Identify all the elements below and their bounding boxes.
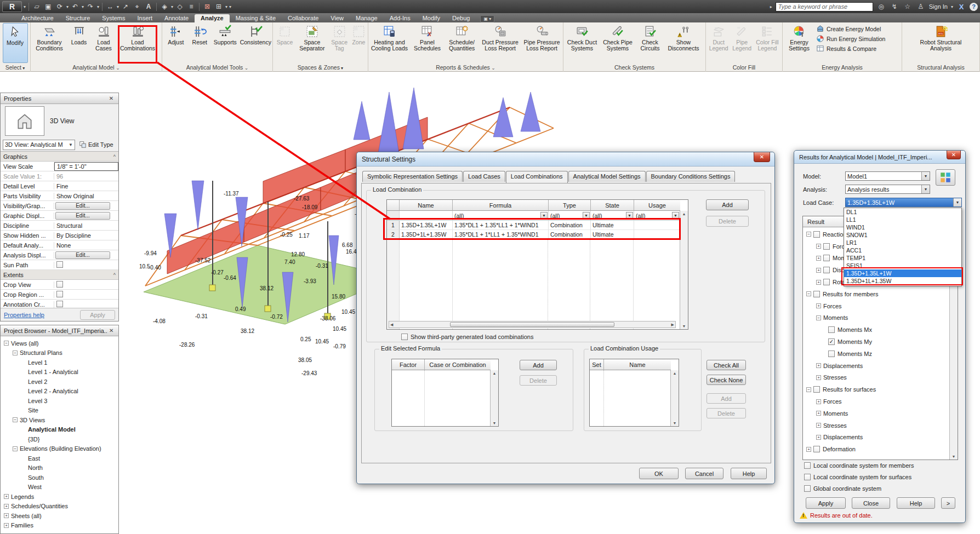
- tab-view[interactable]: View: [324, 14, 350, 22]
- moments-mz-checkbox[interactable]: [828, 351, 835, 357]
- property-row[interactable]: Default Analy...None: [1, 240, 118, 250]
- properties-help-link[interactable]: Properties help: [4, 312, 44, 318]
- panel-schedules-button[interactable]: Panel Schedules: [410, 23, 445, 63]
- tree-item-3d-views[interactable]: −3D Views: [3, 415, 118, 425]
- duct-pressure-loss-report-button[interactable]: Duct Pressure Loss Report: [479, 23, 521, 63]
- tree-item-surface-forces[interactable]: +Forces: [806, 395, 958, 407]
- edit-button[interactable]: Edit...: [55, 202, 110, 210]
- project-browser-title-bar[interactable]: Project Browser - Model_ITF_Imperia... ✕: [1, 325, 118, 336]
- search-input[interactable]: [776, 2, 873, 12]
- text-icon[interactable]: A: [144, 2, 153, 12]
- tab-analytical-model-settings[interactable]: Analytical Model Settings: [568, 171, 646, 182]
- section-extents[interactable]: Extents^: [1, 270, 118, 280]
- ok-button[interactable]: OK: [639, 468, 679, 479]
- tree-item-surface-moments[interactable]: +Moments: [806, 407, 958, 420]
- panel-label-analytical-model-tools[interactable]: Analytical Model Tools: [162, 64, 272, 72]
- tree-item-legends[interactable]: +Legends: [3, 492, 118, 502]
- tree-item-surface-displacements[interactable]: +Displacements: [806, 432, 958, 444]
- tag-by-category-icon[interactable]: ⌖: [132, 2, 142, 12]
- close-icon[interactable]: ✕: [947, 151, 961, 159]
- energy-settings-button[interactable]: Energy Settings: [784, 23, 814, 63]
- tree-item-member-stresses[interactable]: +Stresses: [806, 372, 958, 384]
- third-party-checkbox-row[interactable]: Show third-party generated load combinat…: [401, 334, 533, 340]
- check-circuits-button[interactable]: Check Circuits: [636, 23, 664, 63]
- search-binoculars-icon[interactable]: ◎: [876, 2, 886, 12]
- close-icon[interactable]: ✕: [107, 327, 115, 335]
- robot-structural-analysis-button[interactable]: RTD Robot Structural Analysis: [916, 23, 966, 63]
- tree-item-west[interactable]: West: [3, 483, 118, 492]
- collapse-icon[interactable]: −: [4, 341, 9, 346]
- tree-item-sheets[interactable]: +Sheets (all): [3, 511, 118, 521]
- check-pipe-systems-button[interactable]: Check Pipe Systems: [600, 23, 635, 63]
- heating-cooling-loads-button[interactable]: Heating and Cooling Loads: [369, 23, 409, 63]
- tree-item-surface-stresses[interactable]: +Stresses: [806, 420, 958, 432]
- edit-formula-table[interactable]: FactorCase or Combination ▲▼: [391, 359, 499, 427]
- annotation-crop-checkbox[interactable]: [56, 301, 63, 307]
- tree-item-structural-plans[interactable]: −Structural Plans: [3, 348, 118, 358]
- local-members-checkbox[interactable]: [804, 462, 811, 469]
- dropdown-item[interactable]: WIND1: [844, 223, 961, 231]
- column-type[interactable]: Type: [549, 200, 591, 211]
- deformation-checkbox[interactable]: [813, 446, 820, 452]
- dropdown-item[interactable]: ACC1: [844, 246, 961, 254]
- column-name[interactable]: Name: [400, 200, 453, 211]
- tree-item-analytical-model[interactable]: Analytical Model: [3, 425, 118, 435]
- usage-table[interactable]: SetName ▲▼: [589, 359, 679, 427]
- tab-architecture[interactable]: Architecture: [15, 14, 60, 22]
- help-button[interactable]: Help: [897, 497, 935, 509]
- tree-item-site[interactable]: Site: [3, 406, 118, 416]
- modify-button[interactable]: Modify: [3, 23, 28, 63]
- aligned-dimension-icon[interactable]: ↗: [121, 2, 130, 12]
- tab-boundary-conditions-settings[interactable]: Boundary Conditions Settings: [646, 171, 736, 182]
- chevron-down-icon[interactable]: ▼: [583, 212, 590, 219]
- close-hidden-windows-icon[interactable]: ⊠: [202, 2, 212, 12]
- table-row[interactable]: 1 1.35D+1.35L+1W 1.35*DL1 + 1.35*LL1 + 1…: [387, 221, 688, 230]
- delete-formula-button[interactable]: Delete: [520, 375, 557, 386]
- property-row[interactable]: Crop Region ...: [1, 290, 118, 300]
- switch-windows-icon[interactable]: ⊞: [214, 2, 224, 12]
- add-formula-button[interactable]: Add: [520, 360, 557, 370]
- results-compare-button[interactable]: Results & Compare: [816, 44, 885, 53]
- tree-item-results-for-members[interactable]: −Results for members: [806, 288, 958, 300]
- table-horizontal-scrollbar[interactable]: ◀▶: [389, 321, 676, 328]
- panel-label-reports-schedules[interactable]: Reports & Schedules: [368, 64, 563, 72]
- sync-icon[interactable]: ⟳: [55, 2, 65, 12]
- create-energy-model-button[interactable]: Create Energy Model: [816, 25, 885, 33]
- column-factor[interactable]: Factor: [392, 359, 425, 370]
- table-row[interactable]: 2 1.35D+1L+1.35W 1.35*DL1 + 1*LL1 + 1.35…: [387, 230, 688, 239]
- tree-item-level[interactable]: Level 2 - Analytical: [3, 387, 118, 397]
- property-row[interactable]: DisciplineStructural: [1, 221, 118, 231]
- global-coord-checkbox-row[interactable]: Global coordinate system: [804, 485, 881, 492]
- sign-in-person-icon[interactable]: ♙: [916, 2, 926, 12]
- tab-insert[interactable]: Insert: [132, 14, 159, 22]
- redo-icon[interactable]: ↷: [86, 2, 95, 12]
- add-combination-button[interactable]: Add: [706, 199, 749, 210]
- tree-item-east[interactable]: East: [3, 453, 118, 463]
- thin-lines-icon[interactable]: ≡: [186, 2, 196, 12]
- tree-item-families[interactable]: +Families: [3, 521, 118, 531]
- formula-filter[interactable]: (all)▼: [453, 211, 549, 221]
- model-manager-button[interactable]: [936, 169, 955, 186]
- expand-icon[interactable]: +: [4, 513, 9, 518]
- properties-title-bar[interactable]: Properties ✕: [1, 93, 118, 104]
- column-case[interactable]: Case or Combination: [425, 359, 491, 370]
- property-row[interactable]: Crop View: [1, 280, 118, 290]
- sign-in-label[interactable]: Sign In: [929, 3, 948, 10]
- chevron-down-icon[interactable]: ▼: [540, 212, 548, 219]
- chevron-down-icon[interactable]: ▼: [672, 212, 679, 219]
- tab-massing-site[interactable]: Massing & Site: [230, 14, 282, 22]
- open-icon[interactable]: ▱: [32, 2, 42, 12]
- tree-item-level[interactable]: Level 1 - Analytical: [3, 368, 118, 377]
- reset-button[interactable]: Reset: [189, 23, 211, 63]
- tree-item-south[interactable]: South: [3, 473, 118, 483]
- check-duct-systems-button[interactable]: Check Duct Systems: [565, 23, 600, 63]
- tab-analyze[interactable]: Analyze: [195, 14, 230, 22]
- dialog-title-bar[interactable]: Structural Settings: [357, 152, 774, 166]
- help-button[interactable]: Help: [731, 468, 767, 479]
- close-button[interactable]: Close: [852, 497, 890, 509]
- sign-in-arrow-icon[interactable]: ▾: [951, 4, 953, 9]
- usage-filter[interactable]: (all)▼: [634, 211, 680, 221]
- tab-annotate[interactable]: Annotate: [158, 14, 195, 22]
- tab-systems[interactable]: Systems: [96, 14, 131, 22]
- consistency-button[interactable]: Consistency: [240, 23, 271, 63]
